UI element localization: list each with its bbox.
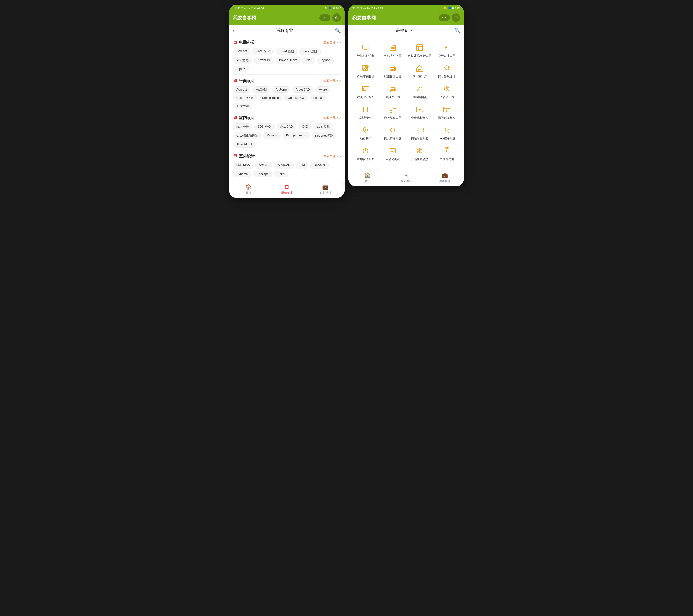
grid-item-8[interactable]: 建筑CAD绘图 bbox=[352, 81, 379, 102]
grid-item-13[interactable]: 数控编程人员 bbox=[379, 102, 407, 123]
grid-item-6[interactable]: 室内设计师 bbox=[406, 61, 433, 82]
tag-keyshot[interactable]: KeyShot渲染 bbox=[312, 132, 336, 139]
app-header-right: 我要自学网 ··· ⊙ bbox=[349, 11, 464, 25]
camera-btn[interactable]: ⊙ bbox=[332, 14, 341, 22]
grid-item-1[interactable]: 文秘/办公文员 bbox=[379, 40, 407, 61]
search-btn-right[interactable]: 🔍 bbox=[454, 27, 460, 33]
grid-item-16[interactable]: 动画制作 bbox=[352, 123, 379, 143]
category-outdoor: 🖥 室外设计 查看全部 > > 3DS MAX ArcGIS AutoCAD B… bbox=[229, 150, 344, 179]
tag-c4d[interactable]: C4D bbox=[298, 123, 312, 130]
grid-item-11[interactable]: 产品设计师 bbox=[433, 81, 460, 102]
grid-icon-amateur-video bbox=[415, 105, 424, 114]
grid-icon-computer-beginner bbox=[361, 43, 370, 52]
tag-dynamo[interactable]: Dynamo bbox=[233, 171, 251, 177]
tag-autocad-1[interactable]: AutoCAD bbox=[277, 123, 297, 130]
tab-courses-right[interactable]: ⊞ 课程专业 bbox=[387, 172, 425, 183]
search-btn-left[interactable]: 🔍 bbox=[335, 27, 341, 33]
tag-powerbi[interactable]: Power BI bbox=[254, 57, 274, 64]
tab-home-left[interactable]: 🏠 首页 bbox=[229, 184, 268, 195]
grid-icon-furniture bbox=[388, 84, 397, 94]
tab-career-left[interactable]: 💼 职业规划 bbox=[306, 184, 344, 195]
grid-icon-post-production bbox=[442, 105, 452, 114]
tag-autocad-2[interactable]: AutoCAD bbox=[274, 162, 294, 169]
grid-item-5[interactable]: 印刷设计人员 bbox=[379, 61, 407, 82]
more-btn[interactable]: ··· bbox=[319, 14, 331, 21]
tag-artform[interactable]: ArtForm bbox=[272, 86, 290, 93]
grid-label-15: 影视后期制作 bbox=[438, 116, 455, 120]
grid-item-4[interactable]: 广告/平面设计 bbox=[352, 61, 379, 82]
tab-career-right[interactable]: 💼 职业规划 bbox=[425, 172, 464, 183]
grid-item-0[interactable]: 计算机初学者 bbox=[352, 40, 379, 61]
grid-icon-ad-design bbox=[361, 64, 370, 73]
tag-python[interactable]: Python bbox=[317, 57, 334, 64]
grid-item-22[interactable]: 产品视觉动效 bbox=[406, 143, 433, 164]
svg-rect-0 bbox=[362, 45, 369, 49]
tag-illustrator[interactable]: Illustrator bbox=[233, 103, 252, 109]
view-all-4[interactable]: 查看全部 > > bbox=[323, 154, 341, 159]
tag-acrobat-2[interactable]: Acrobat bbox=[233, 86, 251, 93]
tag-cadfurniture[interactable]: CAD家具 bbox=[314, 123, 333, 130]
monitor-icon-4: 🖥 bbox=[233, 154, 237, 159]
more-btn-right[interactable]: ··· bbox=[439, 14, 450, 21]
grid-item-21[interactable]: 自动化测试 bbox=[379, 143, 407, 164]
grid-item-23[interactable]: 手机短视频 bbox=[433, 143, 460, 164]
tab-home-right[interactable]: 🏠 首页 bbox=[349, 172, 387, 183]
monitor-icon-1: 🖥 bbox=[233, 40, 237, 45]
tag-powerquery[interactable]: Power Query bbox=[276, 57, 300, 64]
tag-bim[interactable]: BIM bbox=[296, 162, 308, 169]
grid-item-3[interactable]: ¥ 会计从业人员 bbox=[433, 40, 460, 61]
back-btn-right[interactable]: ‹ bbox=[352, 28, 354, 33]
tag-excelbasic[interactable]: Excel 基础 bbox=[276, 48, 297, 55]
grid-item-12[interactable]: 模具设计师 bbox=[352, 102, 379, 123]
tag-enscape[interactable]: Enscape bbox=[253, 171, 272, 177]
grid-item-19[interactable]: Java程序开发 bbox=[433, 123, 460, 143]
grid-item-18[interactable]: {;} 网站后台开发 bbox=[406, 123, 433, 143]
grid-icon-accountant: ¥ bbox=[442, 43, 452, 52]
grid-item-17[interactable]: 网页前端开发 bbox=[379, 123, 407, 143]
tag-axure[interactable]: Axure bbox=[315, 86, 331, 93]
tag-coreldraw[interactable]: CorelDRAW bbox=[284, 95, 308, 101]
svg-point-17 bbox=[445, 65, 449, 69]
grid-icon-frontend bbox=[388, 125, 397, 135]
view-all-2[interactable]: 查看全部 > > bbox=[323, 79, 341, 83]
cat-title-4: 室外设计 bbox=[239, 153, 255, 159]
tag-cadadvanced[interactable]: CAD深化和进阶 bbox=[233, 132, 262, 139]
tag-figma[interactable]: Figma bbox=[310, 95, 325, 101]
grid-item-9[interactable]: 家具设计师 bbox=[379, 81, 407, 102]
tag-ipadprocreate[interactable]: iPad procreate bbox=[282, 132, 310, 139]
tag-360[interactable]: 360°全景 bbox=[233, 123, 252, 130]
tag-comicstudio[interactable]: Comicstudio bbox=[258, 95, 282, 101]
tag-ppt[interactable]: PPT bbox=[302, 57, 315, 64]
tag-sketchbook[interactable]: SketchBook bbox=[233, 141, 256, 148]
tag-artioscad[interactable]: ArtiosCAD bbox=[292, 86, 314, 93]
tag-corona[interactable]: Corona bbox=[263, 132, 281, 139]
tag-pdf[interactable]: PDF文档 bbox=[233, 57, 252, 64]
tag-uipath[interactable]: Uipath bbox=[233, 66, 249, 72]
tag-exceladvanced[interactable]: Excel 进阶 bbox=[299, 48, 321, 55]
header-controls-right: ··· ⊙ bbox=[439, 14, 460, 22]
view-all-1[interactable]: 查看全部 > > bbox=[323, 40, 341, 44]
view-all-3[interactable]: 查看全部 > > bbox=[323, 116, 341, 120]
grid-item-15[interactable]: 影视后期制作 bbox=[433, 102, 460, 123]
grid-item-7[interactable]: 园林景观设计 bbox=[433, 61, 460, 82]
tag-list-2: Acrobat ArtCAM ArtForm ArtiosCAD Axure C… bbox=[233, 86, 341, 109]
grid-item-20[interactable]: 应用软件开发 bbox=[352, 143, 379, 164]
grid-label-0: 计算机初学者 bbox=[357, 54, 374, 58]
tag-3dsmax-2[interactable]: 3DS MAX bbox=[233, 162, 253, 169]
grid-item-10[interactable]: 机械绘图员 bbox=[406, 81, 433, 102]
tag-envi[interactable]: ENVI bbox=[274, 171, 288, 177]
tag-excelvba[interactable]: Excel VBA bbox=[252, 48, 274, 55]
tag-acrobat-1[interactable]: Acrobat bbox=[233, 48, 251, 55]
grid-label-10: 机械绘图员 bbox=[413, 96, 427, 99]
grid-item-14[interactable]: 业余视频制作 bbox=[406, 102, 433, 123]
grid-item-2[interactable]: 数据处理/统计人员 bbox=[406, 40, 433, 61]
svg-point-59 bbox=[418, 149, 421, 152]
tag-artcam[interactable]: ArtCAM bbox=[252, 86, 270, 93]
tag-3dsmax-1[interactable]: 3DS MAX bbox=[254, 123, 275, 130]
tag-captureone[interactable]: CaptureOne bbox=[233, 95, 257, 101]
camera-btn-right[interactable]: ⊙ bbox=[452, 14, 460, 22]
tag-arcgis[interactable]: ArcGIS bbox=[255, 162, 272, 169]
back-btn-left[interactable]: ‹ bbox=[233, 28, 235, 33]
tab-courses-left[interactable]: ⊞ 课程专业 bbox=[268, 184, 306, 195]
tag-bimexam[interactable]: BIM考试 bbox=[310, 162, 329, 169]
